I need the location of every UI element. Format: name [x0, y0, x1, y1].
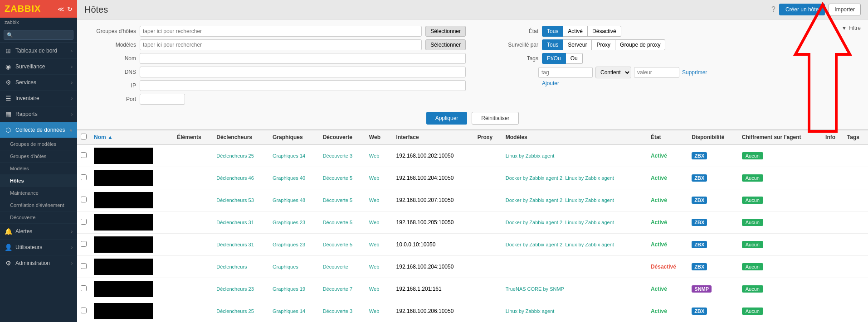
decouverte-link[interactable]: Découverte 5: [323, 197, 352, 203]
graphiques-link[interactable]: Graphiques 40: [273, 175, 305, 181]
tag-add-link[interactable]: Ajouter: [542, 80, 559, 87]
port-input[interactable]: [140, 94, 185, 105]
row-checkbox[interactable]: [81, 219, 87, 225]
decouverte-link[interactable]: Découverte 3: [323, 153, 352, 159]
sidebar-item-alertes[interactable]: 🔔 Alertes ›: [0, 224, 77, 240]
tag-condition-select[interactable]: Contient: [595, 67, 631, 78]
decouverte-link[interactable]: Découverte 7: [323, 286, 352, 292]
col-nom[interactable]: Nom ▲: [90, 130, 173, 145]
web-link[interactable]: Web: [369, 153, 379, 159]
graphiques-link[interactable]: Graphiques 19: [273, 286, 305, 292]
dns-input[interactable]: [140, 67, 466, 77]
surveille-proxy-button[interactable]: Proxy: [592, 39, 615, 50]
declencheurs-link[interactable]: Déclencheurs 31: [216, 242, 254, 247]
reset-button[interactable]: Réinitialiser: [472, 112, 519, 125]
web-link[interactable]: Web: [369, 220, 379, 225]
sidebar-item-correlation[interactable]: Corrélation d'événement: [0, 199, 77, 211]
row-checkbox[interactable]: [81, 308, 87, 313]
sidebar-logo[interactable]: ZABBIX: [5, 4, 41, 14]
sidebar-item-collecte[interactable]: ⬡ Collecte de données ∨: [0, 122, 77, 138]
refresh-icon[interactable]: ↻: [67, 5, 73, 13]
help-icon[interactable]: ?: [771, 5, 775, 14]
decouverte-link[interactable]: Découverte 5: [323, 242, 352, 247]
web-link[interactable]: Web: [369, 242, 379, 247]
tag-value-input[interactable]: [634, 67, 679, 78]
etat-desactive-button[interactable]: Désactivé: [588, 26, 621, 37]
groups-input[interactable]: [140, 26, 422, 37]
modeles-link[interactable]: Docker by Zabbix agent 2, Linux by Zabbi…: [506, 220, 614, 225]
sidebar-item-utilisateurs[interactable]: 👤 Utilisateurs ›: [0, 240, 77, 255]
decouverte-link[interactable]: Découverte: [323, 264, 348, 269]
row-checkbox[interactable]: [81, 263, 87, 269]
web-link[interactable]: Web: [369, 308, 379, 314]
apply-button[interactable]: Appliquer: [426, 112, 468, 125]
tags-etou-button[interactable]: Et/Ou: [542, 53, 566, 64]
graphiques-link[interactable]: Graphiques 23: [273, 242, 305, 247]
web-link[interactable]: Web: [369, 286, 379, 292]
graphiques-link[interactable]: Graphiques: [273, 264, 298, 269]
sidebar-item-hotes[interactable]: Hôtes: [0, 175, 77, 187]
sidebar-item-surveillance[interactable]: ◉ Surveillance ›: [0, 59, 77, 75]
sidebar-item-decouverte[interactable]: Découverte: [0, 211, 77, 224]
etat-tous-button[interactable]: Tous: [542, 26, 563, 37]
collapse-icon[interactable]: ≪: [58, 5, 64, 13]
sidebar-search-input[interactable]: [4, 30, 73, 40]
graphiques-link[interactable]: Graphiques 48: [273, 197, 305, 203]
sidebar-item-modeles[interactable]: Modèles: [0, 163, 77, 175]
tag-delete-link[interactable]: Supprimer: [682, 69, 707, 76]
modeles-link[interactable]: TrueNAS CORE by SNMP: [506, 286, 564, 292]
etat-value[interactable]: Désactivé: [651, 264, 676, 270]
tag-name-input[interactable]: [538, 67, 593, 78]
select-all-checkbox[interactable]: [81, 134, 87, 139]
name-input[interactable]: [140, 53, 466, 64]
declencheurs-link[interactable]: Déclencheurs 46: [216, 175, 254, 181]
declencheurs-link[interactable]: Déclencheurs 23: [216, 286, 254, 292]
decouverte-link[interactable]: Découverte 3: [323, 308, 352, 314]
row-checkbox[interactable]: [81, 241, 87, 247]
declencheurs-link[interactable]: Déclencheurs 53: [216, 197, 254, 203]
declencheurs-link[interactable]: Déclencheurs 25: [216, 308, 254, 314]
decouverte-link[interactable]: Découverte 5: [323, 175, 352, 181]
modeles-link[interactable]: Linux by Zabbix agent: [506, 308, 555, 314]
web-link[interactable]: Web: [369, 197, 379, 203]
web-link[interactable]: Web: [369, 264, 379, 269]
modeles-link[interactable]: Docker by Zabbix agent 2, Linux by Zabbi…: [506, 197, 614, 203]
surveille-tous-button[interactable]: Tous: [542, 39, 563, 50]
filter-toggle[interactable]: ▼ Filtre: [841, 25, 861, 31]
decouverte-link[interactable]: Découverte 5: [323, 220, 352, 225]
sidebar-item-rapports[interactable]: ▦ Rapports ›: [0, 106, 77, 122]
modeles-link[interactable]: Docker by Zabbix agent 2, Linux by Zabbi…: [506, 242, 614, 247]
sidebar-item-tableaux[interactable]: ⊞ Tableaux de bord ›: [0, 43, 77, 59]
groups-select-button[interactable]: Sélectionner: [425, 26, 466, 37]
web-link[interactable]: Web: [369, 175, 379, 181]
sidebar-search-container: [0, 27, 77, 43]
col-nom-link[interactable]: Nom ▲: [94, 134, 113, 140]
row-checkbox[interactable]: [81, 152, 87, 158]
create-host-button[interactable]: Créer un hôte: [779, 4, 825, 15]
row-checkbox[interactable]: [81, 197, 87, 202]
sidebar-item-inventaire[interactable]: ☰ Inventaire ›: [0, 91, 77, 106]
modeles-link[interactable]: Docker by Zabbix agent 2, Linux by Zabbi…: [506, 175, 614, 181]
ip-input[interactable]: [140, 80, 466, 91]
models-input[interactable]: [140, 39, 422, 50]
sidebar-item-groupes-hotes[interactable]: Groupes d'hôtes: [0, 150, 77, 163]
graphiques-link[interactable]: Graphiques 14: [273, 308, 305, 314]
surveille-serveur-button[interactable]: Serveur: [563, 39, 592, 50]
sidebar-item-services[interactable]: ⚙ Services ›: [0, 75, 77, 91]
graphiques-link[interactable]: Graphiques 14: [273, 153, 305, 159]
modeles-link[interactable]: Linux by Zabbix agent: [506, 153, 555, 159]
sidebar-item-administration[interactable]: ⚙ Administration ›: [0, 255, 77, 271]
row-checkbox[interactable]: [81, 285, 87, 291]
surveille-groupe-button[interactable]: Groupe de proxy: [615, 39, 665, 50]
import-button[interactable]: Importer: [829, 4, 861, 15]
row-checkbox[interactable]: [81, 174, 87, 180]
etat-active-button[interactable]: Activé: [563, 26, 588, 37]
models-select-button[interactable]: Sélectionner: [425, 39, 466, 50]
declencheurs-link[interactable]: Déclencheurs 31: [216, 220, 254, 225]
sidebar-item-maintenance[interactable]: Maintenance: [0, 187, 77, 199]
graphiques-link[interactable]: Graphiques 23: [273, 220, 305, 225]
sidebar-item-groupes-modeles[interactable]: Groupes de modèles: [0, 138, 77, 150]
declencheurs-link[interactable]: Déclencheurs: [216, 264, 247, 269]
tags-ou-button[interactable]: Ou: [566, 53, 583, 64]
declencheurs-link[interactable]: Déclencheurs 25: [216, 153, 254, 159]
